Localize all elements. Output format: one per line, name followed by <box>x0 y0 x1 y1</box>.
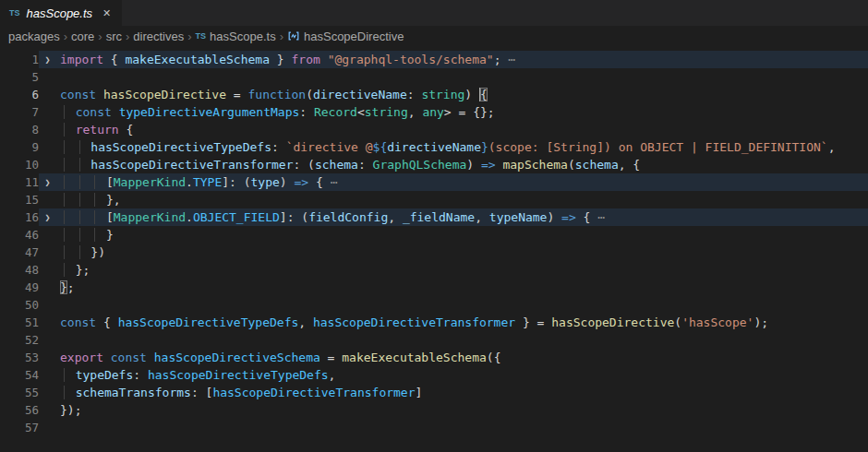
code-token: } <box>63 228 114 242</box>
code-line[interactable]: 57 <box>0 419 868 436</box>
code-text: schemaTransforms: [hasScopeDirectiveTran… <box>56 384 868 401</box>
line-number[interactable]: 50 <box>0 296 39 314</box>
breadcrumb-item-packages[interactable]: packages <box>8 30 60 43</box>
fold-column <box>39 419 56 436</box>
fold-column <box>39 349 56 366</box>
line-number[interactable]: 6 <box>0 86 39 103</box>
breadcrumb-item-file[interactable]: TS hasScope.ts <box>196 30 276 43</box>
code-token: string <box>365 105 408 119</box>
code-line[interactable]: 10 hasScopeDirectiveTransformer: (schema… <box>0 156 868 173</box>
code-line[interactable]: 48 }; <box>0 261 868 279</box>
code-token: { <box>119 123 134 137</box>
tab-title: hasScope.ts <box>27 6 93 20</box>
code-line[interactable]: 16❯ [MapperKind.OBJECT_FIELD]: (fieldCon… <box>0 208 868 226</box>
code-line[interactable]: 6const hasScopeDirective = function(dire… <box>0 86 868 103</box>
line-number[interactable]: 47 <box>0 244 39 261</box>
code-line[interactable]: 7 const typeDirectiveArgumentMaps: Recor… <box>0 103 868 121</box>
line-number[interactable]: 11 <box>0 173 39 191</box>
line-number[interactable]: 15 <box>0 191 39 208</box>
code-token <box>61 386 76 399</box>
line-number[interactable]: 57 <box>0 419 39 436</box>
code-line[interactable]: 53export const hasScopeDirectiveSchema =… <box>0 349 868 366</box>
code-text: }; <box>56 279 868 296</box>
code-line[interactable]: 5 <box>0 68 868 86</box>
breadcrumb-item-src[interactable]: src <box>106 30 122 43</box>
line-number[interactable]: 54 <box>0 366 39 384</box>
breadcrumb-item-symbol[interactable]: hasScopeDirective <box>287 30 404 43</box>
tab-hasscope[interactable]: TS hasScope.ts ✕ <box>0 0 122 26</box>
line-number[interactable]: 7 <box>0 103 39 121</box>
code-line[interactable]: 50 <box>0 296 868 314</box>
line-number[interactable]: 10 <box>0 156 39 173</box>
code-token: { <box>96 315 117 329</box>
line-number[interactable]: 1 <box>0 51 39 68</box>
code-token: ({ <box>487 351 501 364</box>
code-token: [ <box>63 175 114 189</box>
chevron-right-icon: › <box>187 30 191 43</box>
code-text <box>56 331 868 349</box>
code-line[interactable]: 55 schemaTransforms: [hasScopeDirectiveT… <box>0 384 868 401</box>
line-number[interactable]: 55 <box>0 384 39 401</box>
code-line[interactable]: 8 return { <box>0 121 868 138</box>
fold-chevron-icon[interactable]: ❯ <box>39 208 56 226</box>
code-text <box>56 68 868 86</box>
breadcrumb-item-core[interactable]: core <box>71 30 94 43</box>
code-text <box>56 419 868 436</box>
code-line[interactable]: 54 typeDefs: hasScopeDirectiveTypeDefs, <box>0 366 868 384</box>
line-number[interactable]: 56 <box>0 401 39 419</box>
fold-column <box>39 366 56 384</box>
code-line[interactable]: 52 <box>0 331 868 349</box>
fold-column <box>39 86 56 103</box>
fold-column <box>39 191 56 208</box>
code-line[interactable]: 56}); <box>0 401 868 419</box>
editor[interactable]: 1❯import { makeExecutableSchema } from "… <box>0 46 868 436</box>
code-text: export const hasScopeDirectiveSchema = m… <box>56 349 868 366</box>
code-line[interactable]: 15 }, <box>0 191 868 208</box>
fold-column <box>39 103 56 121</box>
code-text: [MapperKind.OBJECT_FIELD]: (fieldConfig,… <box>56 208 868 226</box>
code-text: import { makeExecutableSchema } from "@g… <box>56 51 868 68</box>
code-token: makeExecutableSchema <box>342 351 487 364</box>
fold-ellipsis[interactable]: ⋯ <box>323 175 338 189</box>
code-token <box>61 368 76 382</box>
line-number[interactable]: 16 <box>0 208 39 226</box>
fold-chevron-icon[interactable]: ❯ <box>39 51 56 68</box>
code-token: hasScopeDirective <box>551 315 674 329</box>
code-token: , <box>329 368 336 382</box>
code-token: from <box>291 53 319 66</box>
chevron-right-icon: › <box>64 30 67 43</box>
breadcrumb-item-directives[interactable]: directives <box>133 30 184 43</box>
code-line[interactable]: 46 } <box>0 226 868 244</box>
fold-ellipsis[interactable]: ⋯ <box>500 53 515 66</box>
code-token: , { <box>619 158 640 172</box>
line-number[interactable]: 8 <box>0 121 39 138</box>
code-token: [ <box>63 210 114 224</box>
code-text: hasScopeDirectiveTypeDefs: `directive @$… <box>56 138 868 156</box>
code-line[interactable]: 47 }) <box>0 244 868 261</box>
code-area[interactable]: 1❯import { makeExecutableSchema } from "… <box>0 51 868 436</box>
code-line[interactable]: 49}; <box>0 279 868 296</box>
line-number[interactable]: 9 <box>0 138 39 156</box>
line-number[interactable]: 48 <box>0 261 39 279</box>
code-line[interactable]: 9 hasScopeDirectiveTypeDefs: `directive … <box>0 138 868 156</box>
code-line[interactable]: 1❯import { makeExecutableSchema } from "… <box>0 51 868 68</box>
code-line[interactable]: 11❯ [MapperKind.TYPE]: (type) => { ⋯ <box>0 173 868 191</box>
typescript-file-icon: TS <box>9 8 20 18</box>
line-number[interactable]: 5 <box>0 68 39 86</box>
line-number[interactable]: 52 <box>0 331 39 349</box>
line-number[interactable]: 46 <box>0 226 39 244</box>
code-token: ( <box>568 158 575 172</box>
line-number[interactable]: 49 <box>0 279 39 296</box>
fold-chevron-icon[interactable]: ❯ <box>39 173 56 191</box>
code-text: }); <box>56 401 868 419</box>
code-token: import <box>60 53 103 66</box>
code-token: export <box>60 351 103 364</box>
line-number[interactable]: 51 <box>0 314 39 331</box>
code-token: . <box>186 175 193 189</box>
line-number[interactable]: 53 <box>0 349 39 366</box>
fold-ellipsis[interactable]: ⋯ <box>590 210 605 224</box>
code-line[interactable]: 51const { hasScopeDirectiveTypeDefs, has… <box>0 314 868 331</box>
close-icon[interactable]: ✕ <box>102 7 111 19</box>
code-text: typeDefs: hasScopeDirectiveTypeDefs, <box>56 366 868 384</box>
symbol-variable-icon <box>287 30 300 42</box>
